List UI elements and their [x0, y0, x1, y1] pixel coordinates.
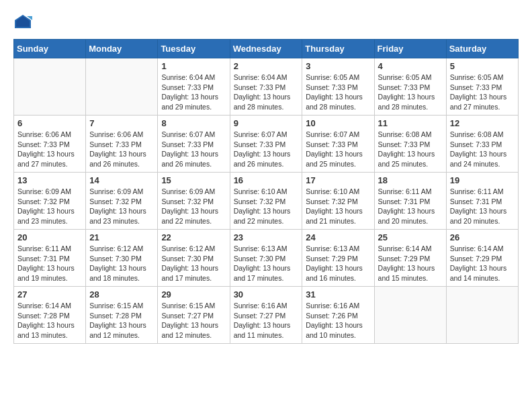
calendar-day-header: Sunday — [14, 40, 86, 58]
calendar-cell: 18Sunrise: 6:11 AM Sunset: 7:31 PM Dayli… — [374, 173, 446, 230]
day-info: Sunrise: 6:15 AM Sunset: 7:27 PM Dayligh… — [161, 301, 226, 340]
calendar-week-row: 13Sunrise: 6:09 AM Sunset: 7:32 PM Dayli… — [14, 173, 519, 230]
calendar-cell: 28Sunrise: 6:15 AM Sunset: 7:28 PM Dayli… — [86, 287, 158, 344]
calendar-cell: 29Sunrise: 6:15 AM Sunset: 7:27 PM Dayli… — [158, 287, 230, 344]
day-info: Sunrise: 6:07 AM Sunset: 7:33 PM Dayligh… — [234, 130, 299, 169]
day-info: Sunrise: 6:11 AM Sunset: 7:31 PM Dayligh… — [378, 187, 443, 226]
day-number: 24 — [306, 232, 370, 242]
calendar-cell: 4Sunrise: 6:05 AM Sunset: 7:33 PM Daylig… — [374, 58, 446, 116]
calendar-day-header: Thursday — [302, 40, 374, 58]
day-number: 12 — [450, 118, 515, 128]
calendar-cell — [374, 287, 446, 344]
day-info: Sunrise: 6:12 AM Sunset: 7:30 PM Dayligh… — [89, 244, 154, 283]
day-info: Sunrise: 6:07 AM Sunset: 7:33 PM Dayligh… — [161, 130, 226, 169]
calendar-cell: 9Sunrise: 6:07 AM Sunset: 7:33 PM Daylig… — [230, 116, 302, 173]
calendar-cell: 26Sunrise: 6:14 AM Sunset: 7:29 PM Dayli… — [446, 230, 518, 287]
logo — [13, 13, 35, 32]
day-number: 30 — [234, 289, 299, 300]
calendar-cell: 8Sunrise: 6:07 AM Sunset: 7:33 PM Daylig… — [158, 116, 230, 173]
calendar-cell: 27Sunrise: 6:14 AM Sunset: 7:28 PM Dayli… — [14, 287, 86, 344]
day-number: 7 — [89, 118, 154, 128]
day-info: Sunrise: 6:16 AM Sunset: 7:26 PM Dayligh… — [306, 301, 370, 340]
calendar-cell — [86, 58, 158, 116]
svg-marker-1 — [16, 16, 30, 27]
day-info: Sunrise: 6:16 AM Sunset: 7:27 PM Dayligh… — [234, 301, 299, 340]
day-info: Sunrise: 6:14 AM Sunset: 7:29 PM Dayligh… — [450, 244, 515, 283]
calendar-cell: 23Sunrise: 6:13 AM Sunset: 7:30 PM Dayli… — [230, 230, 302, 287]
calendar-week-row: 20Sunrise: 6:11 AM Sunset: 7:31 PM Dayli… — [14, 230, 519, 287]
day-info: Sunrise: 6:05 AM Sunset: 7:33 PM Dayligh… — [450, 73, 515, 112]
day-number: 3 — [306, 61, 370, 71]
calendar-cell: 5Sunrise: 6:05 AM Sunset: 7:33 PM Daylig… — [446, 58, 518, 116]
day-number: 20 — [17, 232, 82, 242]
day-info: Sunrise: 6:13 AM Sunset: 7:30 PM Dayligh… — [234, 244, 299, 283]
calendar-cell: 6Sunrise: 6:06 AM Sunset: 7:33 PM Daylig… — [14, 116, 86, 173]
calendar-table: SundayMondayTuesdayWednesdayThursdayFrid… — [13, 39, 519, 344]
day-info: Sunrise: 6:13 AM Sunset: 7:29 PM Dayligh… — [306, 244, 370, 283]
day-number: 6 — [17, 118, 82, 128]
day-number: 29 — [161, 289, 226, 300]
calendar-cell: 14Sunrise: 6:09 AM Sunset: 7:32 PM Dayli… — [86, 173, 158, 230]
day-info: Sunrise: 6:08 AM Sunset: 7:33 PM Dayligh… — [378, 130, 443, 169]
calendar-week-row: 27Sunrise: 6:14 AM Sunset: 7:28 PM Dayli… — [14, 287, 519, 344]
calendar-cell: 13Sunrise: 6:09 AM Sunset: 7:32 PM Dayli… — [14, 173, 86, 230]
day-info: Sunrise: 6:12 AM Sunset: 7:30 PM Dayligh… — [161, 244, 226, 283]
day-info: Sunrise: 6:10 AM Sunset: 7:32 PM Dayligh… — [306, 187, 370, 226]
day-info: Sunrise: 6:04 AM Sunset: 7:33 PM Dayligh… — [161, 73, 226, 112]
day-info: Sunrise: 6:15 AM Sunset: 7:28 PM Dayligh… — [89, 301, 154, 340]
day-info: Sunrise: 6:07 AM Sunset: 7:33 PM Dayligh… — [306, 130, 370, 169]
day-number: 18 — [378, 175, 443, 185]
day-number: 8 — [161, 118, 226, 128]
day-info: Sunrise: 6:10 AM Sunset: 7:32 PM Dayligh… — [234, 187, 299, 226]
calendar-cell: 11Sunrise: 6:08 AM Sunset: 7:33 PM Dayli… — [374, 116, 446, 173]
calendar-day-header: Saturday — [446, 40, 518, 58]
day-number: 17 — [306, 175, 370, 185]
calendar-cell: 7Sunrise: 6:06 AM Sunset: 7:33 PM Daylig… — [86, 116, 158, 173]
day-info: Sunrise: 6:09 AM Sunset: 7:32 PM Dayligh… — [17, 187, 82, 226]
calendar-cell — [14, 58, 86, 116]
day-number: 1 — [161, 61, 226, 71]
day-info: Sunrise: 6:05 AM Sunset: 7:33 PM Dayligh… — [306, 73, 370, 112]
calendar-week-row: 1Sunrise: 6:04 AM Sunset: 7:33 PM Daylig… — [14, 58, 519, 116]
day-number: 25 — [378, 232, 443, 242]
day-info: Sunrise: 6:11 AM Sunset: 7:31 PM Dayligh… — [450, 187, 515, 226]
calendar-cell: 10Sunrise: 6:07 AM Sunset: 7:33 PM Dayli… — [302, 116, 374, 173]
day-number: 21 — [89, 232, 154, 242]
calendar-cell: 20Sunrise: 6:11 AM Sunset: 7:31 PM Dayli… — [14, 230, 86, 287]
day-number: 28 — [89, 289, 154, 300]
calendar-header-row: SundayMondayTuesdayWednesdayThursdayFrid… — [14, 40, 519, 58]
calendar-cell: 31Sunrise: 6:16 AM Sunset: 7:26 PM Dayli… — [302, 287, 374, 344]
calendar-cell: 16Sunrise: 6:10 AM Sunset: 7:32 PM Dayli… — [230, 173, 302, 230]
day-info: Sunrise: 6:08 AM Sunset: 7:33 PM Dayligh… — [450, 130, 515, 169]
calendar-cell: 17Sunrise: 6:10 AM Sunset: 7:32 PM Dayli… — [302, 173, 374, 230]
day-number: 10 — [306, 118, 370, 128]
day-info: Sunrise: 6:09 AM Sunset: 7:32 PM Dayligh… — [89, 187, 154, 226]
calendar-cell: 30Sunrise: 6:16 AM Sunset: 7:27 PM Dayli… — [230, 287, 302, 344]
calendar-cell — [446, 287, 518, 344]
day-info: Sunrise: 6:14 AM Sunset: 7:28 PM Dayligh… — [17, 301, 82, 340]
day-info: Sunrise: 6:09 AM Sunset: 7:32 PM Dayligh… — [161, 187, 226, 226]
day-number: 5 — [450, 61, 515, 71]
day-info: Sunrise: 6:06 AM Sunset: 7:33 PM Dayligh… — [17, 130, 82, 169]
day-number: 27 — [17, 289, 82, 300]
calendar-cell: 22Sunrise: 6:12 AM Sunset: 7:30 PM Dayli… — [158, 230, 230, 287]
day-number: 9 — [234, 118, 299, 128]
day-info: Sunrise: 6:14 AM Sunset: 7:29 PM Dayligh… — [378, 244, 443, 283]
calendar-cell: 25Sunrise: 6:14 AM Sunset: 7:29 PM Dayli… — [374, 230, 446, 287]
day-number: 19 — [450, 175, 515, 185]
day-number: 2 — [234, 61, 299, 71]
day-number: 14 — [89, 175, 154, 185]
calendar-day-header: Monday — [86, 40, 158, 58]
calendar-cell: 2Sunrise: 6:04 AM Sunset: 7:33 PM Daylig… — [230, 58, 302, 116]
day-number: 26 — [450, 232, 515, 242]
day-number: 16 — [234, 175, 299, 185]
day-info: Sunrise: 6:05 AM Sunset: 7:33 PM Dayligh… — [378, 73, 443, 112]
calendar-cell: 1Sunrise: 6:04 AM Sunset: 7:33 PM Daylig… — [158, 58, 230, 116]
day-number: 11 — [378, 118, 443, 128]
day-number: 4 — [378, 61, 443, 71]
calendar-cell: 21Sunrise: 6:12 AM Sunset: 7:30 PM Dayli… — [86, 230, 158, 287]
calendar-cell: 3Sunrise: 6:05 AM Sunset: 7:33 PM Daylig… — [302, 58, 374, 116]
calendar-day-header: Friday — [374, 40, 446, 58]
day-number: 23 — [234, 232, 299, 242]
logo-icon — [13, 13, 32, 32]
